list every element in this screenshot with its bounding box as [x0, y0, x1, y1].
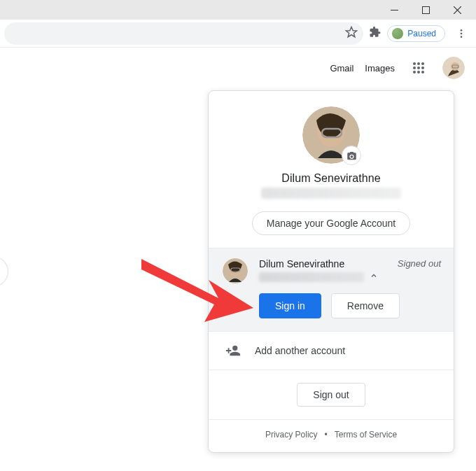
paused-label: Paused — [407, 29, 436, 38]
avatar-icon — [442, 57, 465, 79]
window-close-button[interactable] — [442, 0, 473, 20]
add-account-label: Add another account — [255, 345, 345, 356]
other-account-email — [259, 272, 364, 282]
account-popup: Dilum Senevirathne Manage your Google Ac… — [208, 90, 454, 453]
window-maximize-button[interactable] — [410, 0, 442, 20]
browser-menu-button[interactable] — [451, 28, 472, 39]
images-link[interactable]: Images — [365, 63, 395, 73]
svg-point-11 — [413, 66, 416, 69]
google-apps-button[interactable] — [406, 55, 431, 80]
bookmark-star-icon[interactable] — [345, 26, 358, 41]
window-titlebar — [0, 0, 476, 20]
other-account-section: Dilum Senevirathne Signed out Sign in Re… — [209, 248, 454, 331]
svg-point-6 — [461, 32, 463, 34]
svg-point-10 — [421, 62, 424, 65]
maximize-icon — [422, 6, 430, 14]
svg-point-16 — [421, 71, 424, 73]
google-top-nav: Gmail Images — [0, 48, 476, 88]
svg-marker-4 — [346, 27, 357, 36]
other-account-status: Signed out — [398, 258, 441, 269]
extensions-icon[interactable] — [369, 26, 382, 41]
omnibar-right — [4, 22, 363, 45]
account-primary-section: Dilum Senevirathne Manage your Google Ac… — [209, 91, 454, 248]
privacy-policy-link[interactable]: Privacy Policy — [265, 430, 318, 440]
person-add-icon — [225, 343, 241, 358]
svg-point-14 — [413, 71, 416, 73]
manage-account-button[interactable]: Manage your Google Account — [252, 211, 410, 235]
remove-account-button[interactable]: Remove — [331, 293, 400, 318]
svg-point-15 — [417, 71, 420, 73]
add-account-row[interactable]: Add another account — [209, 331, 454, 370]
grid-apps-icon — [412, 62, 425, 74]
sign-in-button[interactable]: Sign in — [259, 293, 321, 318]
avatar-button[interactable] — [442, 57, 465, 79]
dot-separator: • — [325, 430, 328, 440]
change-photo-button[interactable] — [342, 146, 361, 165]
svg-point-12 — [417, 66, 420, 69]
profile-dot-icon — [392, 28, 403, 39]
svg-point-5 — [461, 29, 463, 31]
kebab-icon — [456, 28, 467, 39]
svg-point-9 — [417, 62, 420, 65]
close-icon — [454, 6, 461, 14]
chevron-up-icon — [370, 272, 378, 280]
sync-paused-pill[interactable]: Paused — [387, 25, 445, 42]
svg-point-13 — [421, 66, 424, 69]
camera-icon — [346, 150, 357, 161]
gmail-link[interactable]: Gmail — [330, 63, 354, 73]
other-account-row[interactable]: Dilum Senevirathne Signed out — [223, 258, 440, 283]
minimize-icon — [391, 6, 398, 14]
sign-out-section: Sign out — [209, 370, 454, 419]
primary-account-name: Dilum Senevirathne — [223, 172, 440, 185]
sign-out-button[interactable]: Sign out — [297, 383, 365, 407]
window-minimize-button[interactable] — [379, 0, 410, 20]
other-account-avatar — [223, 258, 248, 283]
left-edge-slice — [0, 256, 8, 287]
svg-rect-1 — [423, 6, 430, 13]
svg-point-7 — [461, 36, 463, 38]
svg-point-8 — [413, 62, 416, 65]
terms-of-service-link[interactable]: Terms of Service — [335, 430, 397, 440]
primary-account-email — [261, 188, 401, 199]
legal-links: Privacy Policy • Terms of Service — [209, 419, 454, 452]
browser-toolbar: Paused — [0, 20, 476, 48]
